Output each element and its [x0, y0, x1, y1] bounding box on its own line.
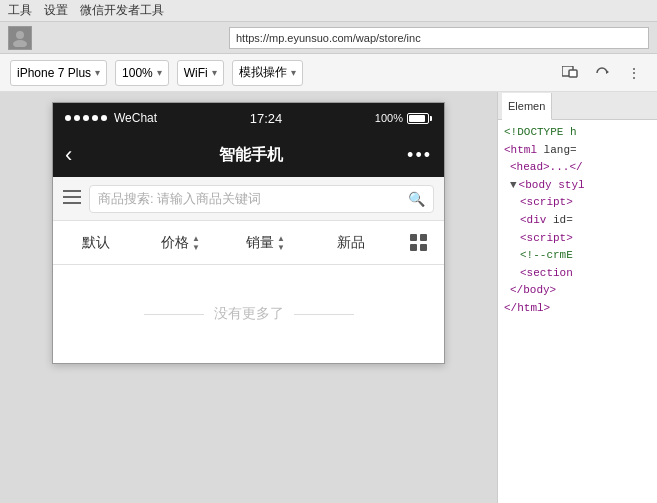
devtools-content: <!DOCTYPE h <html lang= <head>...</ ▼<bo…	[498, 120, 657, 322]
signal-dot-3	[83, 115, 89, 121]
more-icon[interactable]: ⋮	[621, 60, 647, 86]
menu-item-settings[interactable]: 设置	[44, 2, 68, 19]
filter-tab-new[interactable]: 新品	[308, 221, 393, 264]
phone-frame: WeChat 17:24 100% ‹ 智能手机 •••	[52, 102, 445, 364]
status-left: WeChat	[65, 111, 157, 125]
network-selector[interactable]: WiFi ▾	[177, 60, 224, 86]
filter-tab-default[interactable]: 默认	[53, 221, 138, 264]
device-toolbar: iPhone 7 Plus ▾ 100% ▾ WiFi ▾ 模拟操作 ▾ ⋮	[0, 54, 657, 92]
svg-rect-9	[420, 234, 427, 241]
wechat-nav: ‹ 智能手机 •••	[53, 133, 444, 177]
svg-rect-7	[63, 202, 81, 204]
empty-text: 没有更多了	[214, 305, 284, 323]
url-bar	[0, 22, 657, 54]
battery-percent: 100%	[375, 112, 403, 124]
signal-dot-2	[74, 115, 80, 121]
svg-point-1	[13, 40, 27, 47]
status-right: 100%	[375, 112, 432, 124]
signal-dot-1	[65, 115, 71, 121]
chevron-down-icon: ▾	[95, 67, 100, 78]
svg-rect-5	[63, 190, 81, 192]
simulate-selector[interactable]: 模拟操作 ▾	[232, 60, 303, 86]
search-input-wrap[interactable]: 商品搜索: 请输入商品关键词 🔍	[89, 185, 434, 213]
phone-status-bar: WeChat 17:24 100%	[53, 103, 444, 133]
code-line[interactable]: </body>	[500, 282, 655, 300]
zoom-selector[interactable]: 100% ▾	[115, 60, 169, 86]
grid-view-icon	[410, 234, 428, 252]
svg-rect-8	[410, 234, 417, 241]
code-line[interactable]: ▼<body styl	[500, 177, 655, 195]
svg-rect-11	[420, 244, 427, 251]
avatar	[8, 26, 32, 50]
network-label: WiFi	[184, 66, 208, 80]
phone-area: WeChat 17:24 100% ‹ 智能手机 •••	[0, 92, 497, 503]
device-label: iPhone 7 Plus	[17, 66, 91, 80]
toolbar-icons: ⋮	[557, 60, 647, 86]
filter-tab-price[interactable]: 价格 ▲ ▼	[138, 221, 223, 264]
code-line[interactable]: <!DOCTYPE h	[500, 124, 655, 142]
empty-state: 没有更多了	[53, 265, 444, 363]
price-sort-icon: ▲ ▼	[192, 234, 200, 252]
devtools-tabs: Elemen	[498, 92, 657, 120]
responsive-icon[interactable]	[557, 60, 583, 86]
devtools-panel: Elemen <!DOCTYPE h <html lang= <head>...…	[497, 92, 657, 503]
search-bar: 商品搜索: 请输入商品关键词 🔍	[53, 177, 444, 221]
code-line[interactable]: </html>	[500, 300, 655, 318]
rotate-icon[interactable]	[589, 60, 615, 86]
battery-icon	[407, 113, 432, 124]
filter-tabs: 默认 价格 ▲ ▼ 销量 ▲ ▼ 新品	[53, 221, 444, 265]
search-icon: 🔍	[408, 191, 425, 207]
zoom-label: 100%	[122, 66, 153, 80]
code-line[interactable]: <html lang=	[500, 142, 655, 160]
main-area: WeChat 17:24 100% ‹ 智能手机 •••	[0, 92, 657, 503]
filter-tab-sales[interactable]: 销量 ▲ ▼	[223, 221, 308, 264]
url-input[interactable]	[229, 27, 649, 49]
menu-bar: 工具 设置 微信开发者工具	[0, 0, 657, 22]
chevron-down-icon: ▾	[157, 67, 162, 78]
svg-rect-10	[410, 244, 417, 251]
status-time: 17:24	[157, 111, 375, 126]
code-line[interactable]: <script>	[500, 230, 655, 248]
signal-dot-5	[101, 115, 107, 121]
svg-rect-3	[569, 70, 577, 77]
back-button[interactable]: ‹	[65, 142, 95, 168]
sales-sort-icon: ▲ ▼	[277, 234, 285, 252]
divider-left	[144, 314, 204, 315]
menu-item-wechat[interactable]: 微信开发者工具	[80, 2, 164, 19]
code-line[interactable]: <head>...</	[500, 159, 655, 177]
menu-icon[interactable]	[63, 190, 81, 208]
chevron-down-icon: ▾	[291, 67, 296, 78]
nav-more-button[interactable]: •••	[407, 145, 432, 166]
svg-rect-6	[63, 196, 81, 198]
nav-title: 智能手机	[95, 145, 407, 166]
code-line[interactable]: <!--crmE	[500, 247, 655, 265]
simulate-label: 模拟操作	[239, 64, 287, 81]
carrier-label: WeChat	[114, 111, 157, 125]
menu-item-tools[interactable]: 工具	[8, 2, 32, 19]
device-selector[interactable]: iPhone 7 Plus ▾	[10, 60, 107, 86]
code-line[interactable]: <script>	[500, 194, 655, 212]
svg-marker-4	[606, 70, 609, 74]
code-line[interactable]: <section	[500, 265, 655, 283]
signal-dot-4	[92, 115, 98, 121]
svg-point-0	[16, 31, 24, 39]
filter-tab-grid[interactable]	[393, 221, 444, 264]
divider-right	[294, 314, 354, 315]
code-line[interactable]: <div id=	[500, 212, 655, 230]
search-placeholder: 商品搜索: 请输入商品关键词	[98, 190, 402, 208]
chevron-down-icon: ▾	[212, 67, 217, 78]
tab-elements[interactable]: Elemen	[502, 93, 552, 120]
